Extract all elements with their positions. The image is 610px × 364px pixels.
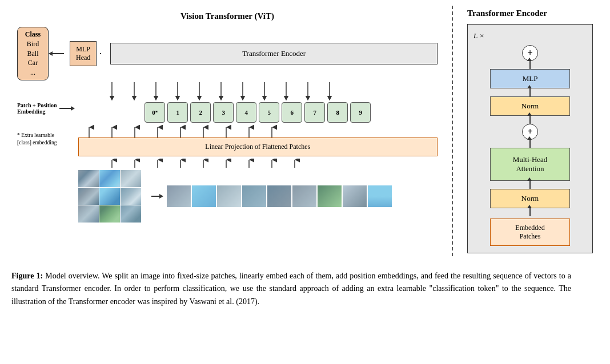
src-patch-8 — [99, 205, 120, 223]
encoder-section: Transformer Encoder L × + MLP Norm — [461, 6, 599, 256]
transformer-encoder-box: Transformer Encoder — [110, 43, 438, 64]
caption-text: Model overview. We split an image into f… — [11, 272, 571, 306]
figure-number: Figure 1: — [11, 272, 43, 280]
vit-title: Vision Transformer (ViT) — [17, 11, 438, 21]
vit-section: Vision Transformer (ViT) Class Bird Ball… — [11, 6, 443, 228]
arrow-mha-to-add-mid — [529, 140, 531, 148]
lx-label: L × — [473, 31, 587, 41]
main-container: Vision Transformer (ViT) Class Bird Ball… — [11, 6, 599, 308]
token-5: 5 — [259, 102, 279, 123]
token-arrows-svg — [78, 125, 438, 137]
encoder-content: + MLP Norm + Multi-H — [473, 45, 587, 246]
token-7: 7 — [304, 102, 325, 123]
seq-patch-7 — [318, 185, 342, 207]
arrow-norm1-to-add-top — [529, 61, 531, 69]
src-patch-4 — [78, 188, 99, 205]
tokens-and-linear: 0* 1 2 3 4 5 6 7 8 9 — [78, 102, 438, 223]
src-patch-7 — [78, 205, 99, 223]
source-images — [78, 170, 141, 223]
image-patches-row — [78, 170, 438, 223]
encoder-section-title: Transformer Encoder — [467, 9, 593, 18]
class-dots: ... — [22, 68, 43, 78]
section-divider — [452, 6, 453, 256]
seq-patch-5 — [267, 185, 291, 207]
arrow-add-to-norm1 — [529, 116, 531, 124]
token-1: 1 — [167, 102, 188, 123]
token-6: 6 — [282, 102, 302, 123]
class-label: Class — [22, 30, 43, 39]
arrow-embedding-to-tokens — [59, 106, 75, 111]
seq-patch-3 — [217, 185, 241, 207]
src-patch-9 — [121, 205, 141, 223]
seq-patch-6 — [292, 185, 316, 207]
src-patch-1 — [78, 170, 99, 187]
token-row: 0* 1 2 3 4 5 6 7 8 9 — [145, 102, 371, 123]
connector-arrows-svg — [17, 82, 438, 99]
seq-patch-2 — [192, 185, 216, 207]
token-2: 2 — [190, 102, 211, 123]
figure-caption: Figure 1: Model overview. We split an im… — [11, 270, 571, 308]
arrow-norm2-to-mha — [529, 181, 531, 189]
seq-patch-9 — [368, 185, 392, 207]
patch-area: Patch + PositionEmbedding * Extra learna… — [17, 102, 438, 223]
seq-patch-8 — [343, 185, 367, 207]
enc-mha-box: Multi-Head Attention — [490, 148, 570, 181]
seq-patch-1 — [167, 185, 191, 207]
arrow-src-to-seq — [151, 194, 163, 199]
class-ball: Ball — [22, 49, 43, 59]
src-patch-3 — [121, 170, 141, 187]
linear-projection-box: Linear Projection of Flattened Patches — [78, 137, 438, 156]
src-patch-2 — [99, 170, 120, 187]
seq-patch-4 — [242, 185, 266, 207]
token-4: 4 — [236, 102, 256, 123]
extra-learnable-note: * Extra learnable[class] embedding — [17, 132, 75, 147]
embedded-patches-box: Embedded Patches — [490, 219, 570, 246]
class-bird: Bird — [22, 39, 43, 49]
mlp-head-box: MLP Head — [70, 41, 97, 66]
top-row: Class Bird Ball Car ... MLP Head — [17, 27, 438, 80]
src-patch-5 — [99, 188, 120, 205]
token-9: 9 — [350, 102, 371, 123]
token-0: 0* — [145, 102, 165, 123]
src-patch-6 — [121, 188, 141, 205]
token-8: 8 — [327, 102, 348, 123]
class-box: Class Bird Ball Car ... — [17, 27, 49, 80]
arrow-enc-to-mlp — [100, 53, 101, 54]
token-3: 3 — [213, 102, 234, 123]
patch-sequence — [167, 185, 392, 207]
arrow-mlphead-to-class — [49, 51, 64, 56]
patch-label-col: Patch + PositionEmbedding * Extra learna… — [17, 102, 75, 147]
arrow-embed-to-norm2 — [529, 208, 531, 216]
arrow-norm1-to-mlp — [529, 88, 531, 96]
encoder-detail-box: L × + MLP Norm + — [467, 24, 593, 253]
diagram-area: Vision Transformer (ViT) Class Bird Ball… — [11, 6, 599, 262]
patch-embedding-label: Patch + PositionEmbedding — [17, 102, 57, 115]
class-car: Car — [22, 58, 43, 68]
patch-to-linear-arrows-svg — [78, 159, 438, 168]
